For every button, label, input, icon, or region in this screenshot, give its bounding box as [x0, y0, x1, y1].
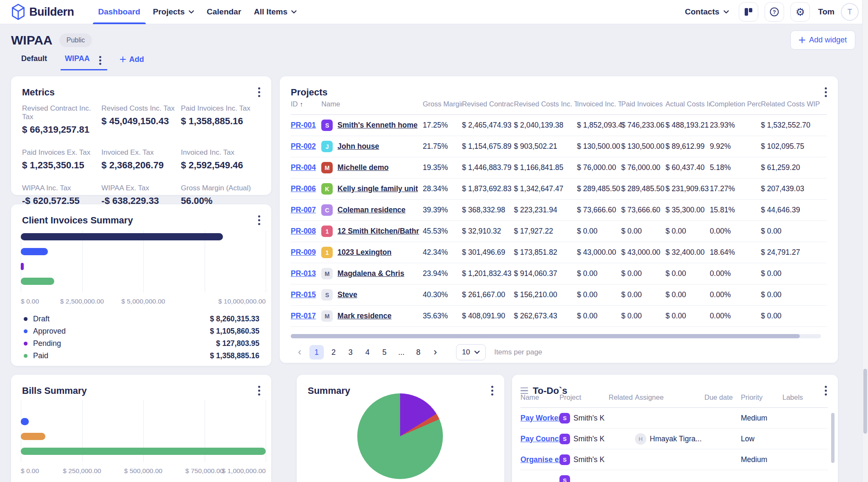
column-header-related-costs[interactable]: Related Costs WIP [761, 100, 827, 115]
project-id-link[interactable]: PR-007 [291, 206, 316, 214]
project-name-link[interactable]: Magdalena & Chris [337, 269, 404, 278]
pagination-page-2[interactable]: 2 [326, 345, 341, 359]
todo-cell-priority: Medium [741, 414, 782, 423]
cell-name: MMagdalena & Chris [321, 263, 423, 284]
project-name-link[interactable]: John house [337, 142, 379, 151]
tab-default[interactable]: Default [20, 52, 48, 70]
nav-item-all-items[interactable]: All Items [248, 0, 303, 24]
help-button[interactable]: ? [765, 2, 784, 22]
project-name-link[interactable]: 12 Smith Kitchen/Bathroom [337, 227, 419, 236]
column-header-gross-margin[interactable]: Gross Margin (F [423, 100, 462, 115]
widgets-layout-button[interactable] [739, 2, 758, 22]
metric-label: Revised Contract Inc. Tax [22, 104, 101, 121]
bar-draft [21, 233, 223, 240]
metric-item: Invoiced Ex. Tax$ 2,368,206.79 [101, 148, 181, 171]
project-name-link[interactable]: 1023 Lexington [337, 248, 391, 257]
nav-item-dashboard[interactable]: Dashboard [92, 0, 147, 24]
bills-menu-kebab-icon[interactable] [256, 383, 263, 398]
nav-item-projects[interactable]: Projects [147, 0, 200, 24]
brand-logo[interactable]: Buildern [11, 4, 74, 20]
column-header-actual-costs[interactable]: Actual Costs In [665, 100, 709, 115]
table-row: PR-00911023 Lexington42.34%$ 301,496.69$… [291, 242, 827, 263]
tab-options-kebab-icon[interactable] [97, 53, 104, 67]
legend-value: $ 1,358,885.16 [210, 351, 259, 360]
column-header-name[interactable]: Name [321, 100, 423, 115]
project-id-link[interactable]: PR-013 [291, 269, 316, 278]
project-id-link[interactable]: PR-009 [291, 248, 316, 256]
todo-column-header-due-date[interactable]: Due date [704, 393, 741, 401]
metric-label: Revised Costs Inc. Tax [101, 104, 181, 113]
column-header-paid-invoices[interactable]: Paid Invoices In [621, 100, 665, 115]
add-tab-button[interactable]: Add [120, 52, 144, 70]
page-vertical-scrollbar[interactable] [862, 0, 868, 482]
project-name-link[interactable]: Mark residence [337, 312, 391, 320]
cell-completion: 0.00% [710, 263, 761, 284]
cell-name: MMichelle demo [321, 157, 423, 178]
todos-widget: To-Do`s NameProjectRelatedAssigneeDue da… [512, 375, 838, 482]
drag-handle-icon[interactable] [520, 387, 528, 394]
project-id-link[interactable]: PR-015 [291, 290, 316, 299]
tab-wipaa[interactable]: WIPAA [64, 52, 91, 69]
project-id-link[interactable]: PR-008 [291, 227, 316, 235]
cell-revised-contract: $ 2,465,474.93 [462, 115, 514, 136]
bar-0 [21, 418, 29, 425]
nav-item-label: Projects [153, 7, 185, 17]
metric-label: Invoiced Inc. Tax [181, 148, 260, 157]
todos-vertical-scrollbar[interactable] [831, 413, 835, 463]
todo-column-header-name[interactable]: Name [520, 393, 559, 401]
nav-item-calendar[interactable]: Calendar [200, 0, 248, 24]
items-per-page-select[interactable]: 10 [456, 344, 486, 360]
todo-column-header-assignee[interactable]: Assignee [635, 393, 704, 401]
scrollbar-thumb[interactable] [863, 369, 867, 434]
user-avatar[interactable]: T [841, 3, 859, 21]
todo-column-header-labels[interactable]: Labels [782, 393, 828, 401]
cell-completion: 0.00% [710, 221, 761, 242]
project-name-link[interactable]: Smith's Kenneth home [337, 121, 417, 130]
pagination-next-button[interactable]: › [428, 345, 442, 359]
project-id-link[interactable]: PR-001 [291, 121, 316, 129]
project-id-link[interactable]: PR-002 [291, 142, 316, 150]
project-id-link[interactable]: PR-006 [291, 184, 316, 193]
cell-completion: 0.00% [710, 284, 761, 306]
client-invoices-menu-kebab-icon[interactable] [256, 213, 263, 228]
todo-column-header-priority[interactable]: Priority [741, 393, 782, 401]
todo-cell-name: Organise exi... [520, 455, 559, 464]
cell-actual-costs: $ 0.00 [665, 263, 709, 284]
todo-name-link[interactable]: Pay Council ... [520, 435, 559, 443]
add-widget-button[interactable]: Add widget [790, 31, 855, 50]
metrics-menu-kebab-icon[interactable] [256, 85, 263, 100]
scrollbar-thumb[interactable] [291, 334, 800, 338]
cell-gross-margin: 35.63% [423, 306, 462, 327]
contacts-menu[interactable]: Contacts [685, 7, 729, 17]
column-header-revised-contract[interactable]: Revised Contract [462, 100, 514, 115]
project-name-link[interactable]: Michelle demo [337, 163, 389, 172]
pagination-page-5[interactable]: 5 [377, 345, 392, 359]
pagination-page-8[interactable]: 8 [411, 345, 426, 359]
todo-name-link[interactable]: Organise exi... [520, 455, 559, 464]
summary-menu-kebab-icon[interactable] [489, 383, 496, 398]
todo-name-link[interactable]: Pay Workers... [520, 414, 559, 423]
column-header-invoiced[interactable]: Invoiced Inc. Ta [577, 100, 621, 115]
pagination-prev-button[interactable]: ‹ [292, 345, 307, 359]
pagination-page-3[interactable]: 3 [343, 345, 358, 359]
projects-horizontal-scrollbar[interactable] [291, 334, 821, 338]
todo-column-header-related[interactable]: Related [609, 393, 635, 401]
project-id-link[interactable]: PR-017 [291, 312, 316, 320]
project-name-link[interactable]: Coleman residence [337, 206, 405, 215]
todo-column-header-project[interactable]: Project [559, 393, 609, 401]
nav-item-label: Dashboard [98, 7, 140, 17]
axis-tick-label: $ 0.00 [21, 298, 39, 305]
column-header-revised-costs[interactable]: Revised Costs Inc. Tax [514, 100, 577, 115]
project-name-link[interactable]: Steve [337, 290, 357, 299]
column-header-id[interactable]: ID↑ [291, 100, 321, 115]
pagination-page-1[interactable]: 1 [309, 345, 324, 359]
plus-icon [120, 56, 126, 62]
projects-menu-kebab-icon[interactable] [822, 85, 829, 100]
column-header-completion[interactable]: Completion Percentage [710, 100, 761, 115]
project-id-link[interactable]: PR-004 [291, 163, 316, 172]
legend-dot [24, 329, 28, 333]
settings-button[interactable]: ⚙ [790, 2, 810, 22]
cell-invoiced: $ 0.00 [577, 306, 621, 327]
pagination-page-4[interactable]: 4 [360, 345, 375, 359]
project-name-link[interactable]: Kelly single family unit [337, 184, 418, 193]
